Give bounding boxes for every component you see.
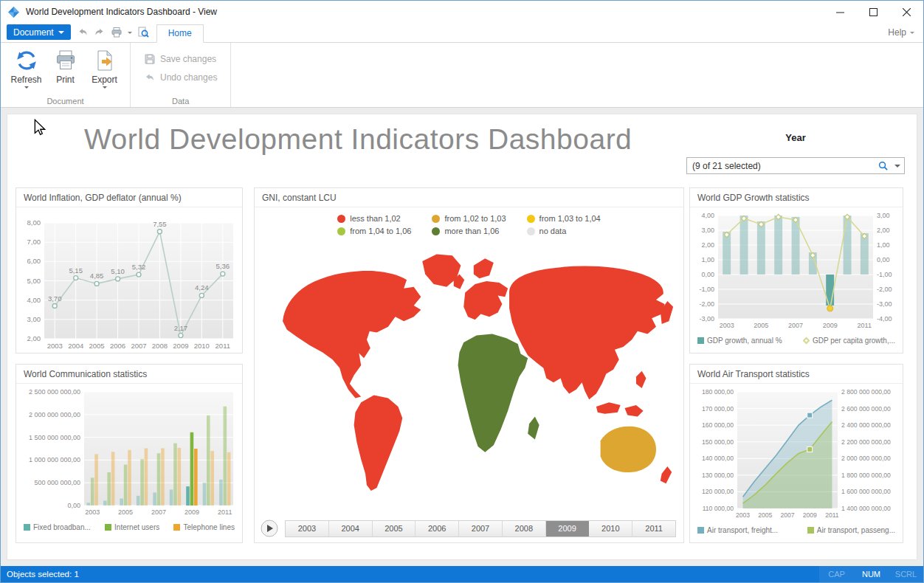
map-legend-item: less than 1,02 bbox=[337, 214, 411, 223]
svg-text:3,00: 3,00 bbox=[877, 212, 890, 219]
tab-home[interactable]: Home bbox=[156, 24, 204, 43]
export-icon bbox=[93, 49, 117, 72]
print-preview-icon[interactable] bbox=[137, 27, 149, 38]
map-region-indonesia[interactable] bbox=[596, 402, 643, 416]
map-region-philippines[interactable] bbox=[635, 371, 646, 388]
legend-label: from 1,03 to 1,04 bbox=[539, 214, 601, 223]
svg-text:2004: 2004 bbox=[68, 342, 83, 350]
app-icon bbox=[7, 6, 20, 18]
svg-text:1,00: 1,00 bbox=[701, 256, 714, 263]
document-menu-button[interactable]: Document bbox=[7, 24, 71, 40]
timeline-years: 200320042005200620072008200920102011 bbox=[285, 520, 676, 537]
map-region-new-zealand[interactable] bbox=[660, 466, 671, 483]
communication-bar-chart[interactable]: 2 500 000 000,002 000 000 000,001 500 00… bbox=[19, 386, 239, 517]
legend-color-dot bbox=[337, 227, 345, 235]
gdp-combo-chart[interactable]: 4,003,002,001,000,00-1,00-2,00-3,003,002… bbox=[693, 210, 900, 331]
timeline-year-2011[interactable]: 2011 bbox=[632, 521, 675, 537]
svg-text:2008: 2008 bbox=[152, 342, 168, 350]
svg-text:2003: 2003 bbox=[85, 508, 100, 516]
map-region-africa[interactable] bbox=[458, 334, 528, 452]
undo-icon[interactable] bbox=[77, 27, 89, 38]
timeline-year-2006[interactable]: 2006 bbox=[416, 521, 459, 537]
svg-text:2 400 000 000,00: 2 400 000 000,00 bbox=[841, 421, 891, 429]
redo-icon[interactable] bbox=[94, 27, 106, 38]
svg-text:3,00: 3,00 bbox=[27, 315, 41, 323]
year-filter-label: Year bbox=[686, 132, 905, 143]
maximize-button[interactable] bbox=[857, 1, 890, 23]
play-button[interactable] bbox=[261, 520, 278, 537]
timeline-year-2003[interactable]: 2003 bbox=[286, 521, 329, 537]
legend-label: Air transport, freight... bbox=[707, 526, 778, 534]
app-window: World Development Indicators Dashboard -… bbox=[0, 0, 924, 583]
svg-text:2003: 2003 bbox=[736, 511, 750, 519]
print-icon-small[interactable] bbox=[111, 27, 123, 38]
keyboard-indicators: CAP NUM SCRL bbox=[819, 566, 923, 582]
refresh-button[interactable]: Refresh bbox=[7, 44, 46, 95]
print-button[interactable]: Print bbox=[46, 44, 85, 95]
world-map[interactable] bbox=[263, 237, 676, 494]
chevron-down-icon[interactable] bbox=[891, 158, 904, 173]
legend-marker bbox=[105, 524, 111, 531]
legend-item: GDP per capita growth,... bbox=[804, 337, 895, 345]
svg-text:2011: 2011 bbox=[218, 508, 232, 516]
help-menu[interactable]: Help bbox=[888, 27, 923, 42]
svg-text:120 000,00: 120 000,00 bbox=[702, 488, 734, 495]
timeline-year-2009[interactable]: 2009 bbox=[546, 521, 590, 537]
timeline-year-2004[interactable]: 2004 bbox=[329, 521, 373, 537]
svg-text:2011: 2011 bbox=[858, 322, 872, 329]
svg-text:5,32: 5,32 bbox=[132, 263, 146, 271]
svg-text:2006: 2006 bbox=[110, 342, 125, 350]
print-icon bbox=[54, 49, 77, 72]
timeline-year-2010[interactable]: 2010 bbox=[589, 521, 632, 537]
minimize-button[interactable] bbox=[824, 1, 857, 23]
svg-text:7,55: 7,55 bbox=[153, 220, 167, 228]
map-region-australia[interactable] bbox=[600, 427, 655, 472]
chevron-down-icon bbox=[103, 86, 107, 89]
svg-text:0,00: 0,00 bbox=[67, 502, 80, 509]
svg-text:2007: 2007 bbox=[151, 508, 166, 516]
panel-air: World Air Transport statistics 180 000,0… bbox=[689, 364, 903, 543]
search-icon[interactable] bbox=[878, 160, 891, 172]
undo-changes-button[interactable]: Undo changes bbox=[144, 72, 217, 83]
svg-text:1 400 000 000,00: 1 400 000 000,00 bbox=[841, 505, 891, 512]
legend-color-dot bbox=[527, 227, 535, 235]
gdp-legend: GDP growth, annual %GDP per capita growt… bbox=[690, 331, 903, 350]
timeline-year-2005[interactable]: 2005 bbox=[373, 521, 416, 537]
svg-text:2005: 2005 bbox=[89, 342, 105, 350]
dashboard-background: World Development Indicators Dashboard Y… bbox=[1, 108, 923, 566]
map-region-europe[interactable] bbox=[463, 281, 508, 320]
panel-map: GNI, constant LCU less than 1,02from 1,0… bbox=[254, 187, 684, 543]
year-filter-combobox[interactable]: (9 of 21 selected) bbox=[686, 157, 905, 174]
close-button[interactable] bbox=[890, 1, 923, 23]
legend-item: GDP growth, annual % bbox=[697, 337, 782, 345]
num-lock-indicator: NUM bbox=[854, 570, 889, 579]
svg-text:-2,00: -2,00 bbox=[877, 286, 892, 293]
map-region-scandinavia[interactable] bbox=[473, 258, 493, 278]
play-icon bbox=[261, 520, 278, 537]
legend-label: Internet users bbox=[114, 523, 159, 531]
svg-text:3,70: 3,70 bbox=[48, 294, 62, 303]
legend-item: Fixed broadban... bbox=[24, 523, 91, 531]
scroll-lock-indicator: SCRL bbox=[889, 570, 923, 579]
window-title: World Development Indicators Dashboard -… bbox=[26, 7, 217, 17]
export-button[interactable]: Export bbox=[85, 44, 124, 95]
svg-text:2 000 000 000,00: 2 000 000 000,00 bbox=[29, 411, 80, 418]
svg-text:170 000,00: 170 000,00 bbox=[702, 405, 734, 413]
svg-text:4,85: 4,85 bbox=[90, 272, 104, 280]
svg-text:500 000 000,00: 500 000 000,00 bbox=[34, 479, 80, 486]
save-changes-button[interactable]: Save changes bbox=[144, 53, 217, 65]
svg-text:-1,00: -1,00 bbox=[877, 271, 892, 278]
legend-label: no data bbox=[539, 227, 567, 235]
map-region-north-america[interactable] bbox=[283, 271, 421, 398]
map-region-south-america[interactable] bbox=[354, 396, 402, 491]
chevron-down-icon bbox=[24, 86, 29, 89]
status-bar: Objects selected: 1 CAP NUM SCRL bbox=[1, 566, 923, 582]
timeline-year-2007[interactable]: 2007 bbox=[459, 521, 503, 537]
inflation-line-chart[interactable]: 8,007,006,005,004,003,002,00200320042005… bbox=[19, 210, 239, 351]
map-legend-item: from 1,04 to 1,06 bbox=[337, 227, 411, 235]
map-region-madagascar[interactable] bbox=[528, 417, 539, 440]
timeline-year-2008[interactable]: 2008 bbox=[503, 521, 546, 537]
chevron-down-icon[interactable] bbox=[128, 32, 132, 34]
map-legend-item: no data bbox=[527, 227, 601, 235]
air-transport-area-chart[interactable]: 180 000,00170 000,00160 000,00150 000,00… bbox=[693, 386, 900, 520]
